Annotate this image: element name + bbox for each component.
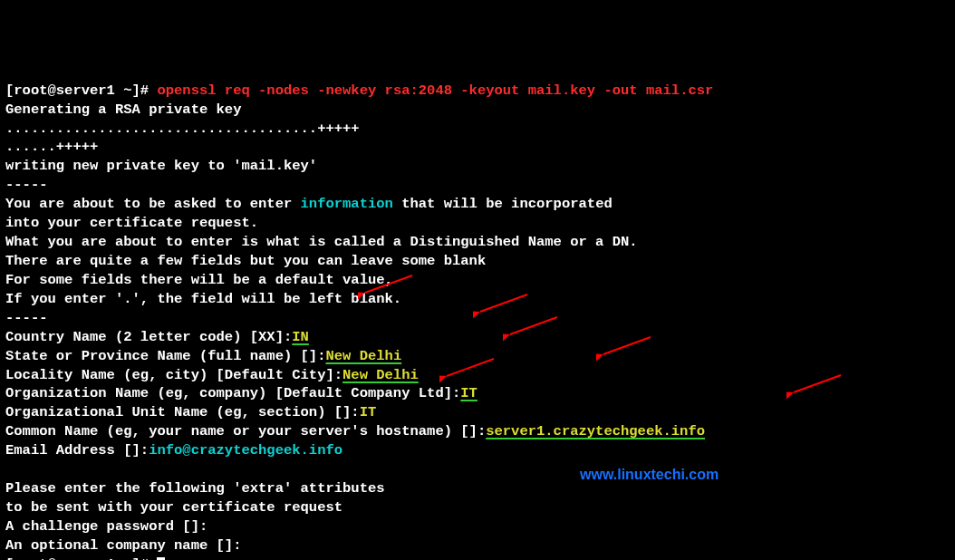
command: openssl req -nodes -newkey rsa:2048 -key… (157, 82, 713, 99)
arrow-icon (786, 372, 850, 400)
svg-line-1 (480, 294, 527, 312)
a-country: IN (292, 329, 309, 345)
q-locality: Locality Name (eg, city) [Default City]: (5, 367, 342, 383)
q-ou: Organizational Unit Name (eg, section) [… (5, 404, 360, 420)
prompt: [root@server1 ~]# (5, 82, 157, 99)
line-msg4: There are quite a few fields but you can… (5, 253, 486, 269)
terminal-output: [root@server1 ~]# openssl req -nodes -ne… (5, 82, 713, 560)
line-msg6: If you enter '.', the field will be left… (5, 291, 401, 307)
a-ou: IT (360, 404, 377, 420)
svg-line-3 (603, 337, 651, 354)
a-state: New Delhi (325, 348, 401, 364)
arrow-icon (439, 356, 503, 383)
line-dots2: ......+++++ (5, 139, 98, 155)
q-state: State or Province Name (full name) []: (5, 348, 325, 364)
prompt-final: [root@server1 ~]# (5, 556, 157, 560)
svg-line-5 (794, 375, 841, 392)
svg-line-2 (510, 317, 557, 334)
line-msg5: For some fields there will be a default … (5, 272, 393, 288)
line-extra2: to be sent with your certificate request (5, 499, 342, 516)
arrow-icon (473, 292, 536, 319)
line-dash1: ----- (5, 177, 48, 193)
line-msg2: into your certificate request. (5, 215, 258, 231)
q-email: Email Address []: (5, 442, 149, 459)
q-cn: Common Name (eg, your name or your serve… (5, 423, 486, 439)
svg-line-4 (447, 359, 494, 376)
line-extra1: Please enter the following 'extra' attri… (5, 480, 385, 497)
arrow-icon (596, 334, 660, 362)
q-country: Country Name (2 letter code) [XX]: (5, 329, 292, 345)
line-dots1: .....................................+++… (5, 121, 360, 137)
a-locality: New Delhi (342, 367, 419, 383)
q-optco: An optional company name []: (5, 537, 241, 554)
line-dash2: ----- (5, 310, 48, 326)
a-cn: server1.crazytechgeek.info (486, 423, 705, 439)
q-chal: A challenge password []: (5, 518, 207, 535)
a-org: IT (460, 385, 478, 401)
line-gen: Generating a RSA private key (5, 101, 241, 118)
watermark: www.linuxtechi.com (580, 465, 719, 485)
line-write: writing new private key to 'mail.key' (5, 158, 317, 174)
line-msg1a: You are about to be asked to enter (5, 196, 301, 212)
line-msg3: What you are about to enter is what is c… (5, 234, 638, 250)
line-msg1b: information (301, 196, 393, 212)
line-msg1c: that will be incorporated (393, 196, 613, 212)
q-org: Organization Name (eg, company) [Default… (5, 385, 460, 401)
arrow-icon (503, 314, 566, 342)
a-email: info@crazytechgeek.info (149, 442, 342, 459)
